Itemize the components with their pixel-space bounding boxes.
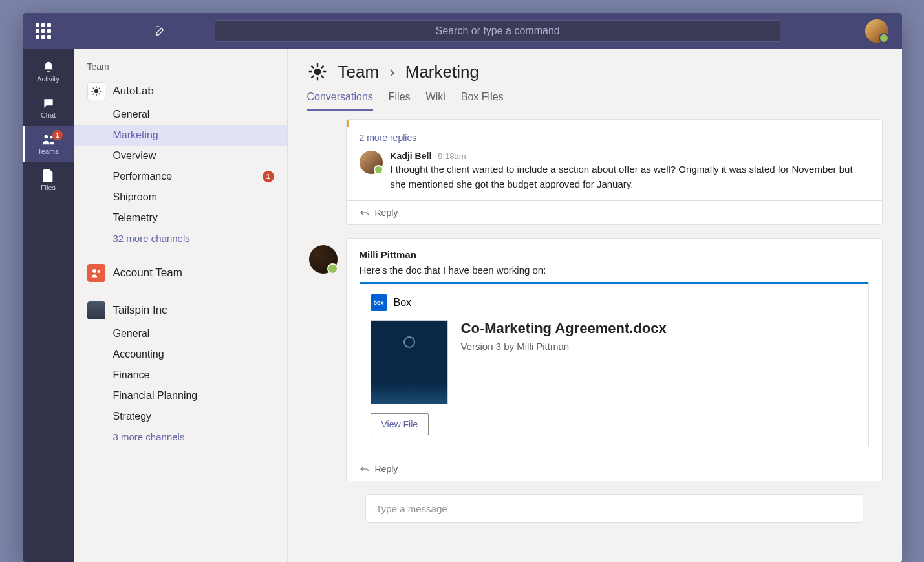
attachment-title: Co-Marketing Agreement.docx	[461, 320, 667, 337]
reply-icon	[360, 209, 370, 217]
team-icon-autolab	[87, 82, 105, 100]
rail-chat-label: Chat	[41, 111, 56, 119]
post-card: Milli Pittman Here's the doc that I have…	[346, 238, 883, 481]
message-author: Kadji Bell	[391, 151, 432, 161]
team-icon-tailspin	[87, 301, 105, 319]
tab-conversations[interactable]: Conversations	[307, 91, 373, 111]
team-group-autolab: AutoLab General Marketing Overview Perfo…	[74, 78, 287, 248]
attachment-meta: Version 3 by Milli Pittman	[461, 341, 667, 352]
channel-shiproom[interactable]: Shiproom	[74, 187, 287, 208]
messages-area: 2 more replies Kadji Bell 9:18am I thoug…	[288, 111, 902, 562]
reply-button[interactable]: Reply	[347, 457, 882, 481]
svg-point-0	[44, 135, 48, 139]
attachment-provider: box Box	[371, 294, 858, 311]
reply-button[interactable]: Reply	[347, 200, 882, 224]
breadcrumb: Team › Marketing	[307, 61, 883, 82]
channel-header: Team › Marketing Conversations Files Wik…	[288, 49, 902, 111]
attachment-card: box Box Co-Marketing Agreement.docx Vers…	[360, 282, 869, 446]
breadcrumb-team[interactable]: Team	[338, 62, 380, 82]
message-time: 9:18am	[438, 151, 466, 161]
tab-wiki[interactable]: Wiki	[426, 91, 446, 111]
channel-tabs: Conversations Files Wiki Box Files	[307, 91, 883, 111]
channel-ts-general[interactable]: General	[74, 323, 287, 344]
compose-icon[interactable]	[155, 25, 166, 37]
rail-chat[interactable]: Chat	[23, 90, 74, 126]
provider-label: Box	[394, 297, 412, 308]
team-logo-icon	[307, 61, 328, 82]
post-text: Here's the doc that I have been working …	[347, 265, 882, 282]
app-launcher-icon[interactable]	[36, 23, 51, 39]
chevron-right-icon: ›	[389, 62, 395, 82]
attachment-thumbnail	[371, 320, 448, 404]
attachment-info: Co-Marketing Agreement.docx Version 3 by…	[461, 320, 667, 404]
channel-telemetry[interactable]: Telemetry	[74, 208, 287, 228]
channel-overview[interactable]: Overview	[74, 146, 287, 166]
rail-teams[interactable]: Teams 1	[23, 126, 74, 162]
rail-teams-label: Teams	[38, 147, 58, 155]
avatar-kadji[interactable]	[360, 151, 383, 174]
view-file-button[interactable]: View File	[371, 413, 429, 435]
main-panel: Team › Marketing Conversations Files Wik…	[288, 49, 902, 562]
team-row-tailspin[interactable]: Tailspin Inc	[74, 297, 287, 323]
chat-icon	[42, 97, 55, 110]
team-row-autolab[interactable]: AutoLab	[74, 78, 287, 104]
thread-card: 2 more replies Kadji Bell 9:18am I thoug…	[346, 119, 883, 225]
user-avatar[interactable]	[865, 19, 888, 43]
svg-point-2	[94, 89, 98, 94]
title-bar	[23, 13, 902, 49]
channel-badge: 1	[263, 171, 274, 182]
sidebar-header: Team	[74, 61, 287, 78]
channel-ts-financial-planning[interactable]: Financial Planning	[74, 385, 287, 406]
team-group-account: Account Team	[74, 260, 287, 286]
channel-marketing[interactable]: Marketing	[74, 125, 287, 146]
rail-files[interactable]: Files	[23, 162, 74, 199]
app-window: Activity Chat Teams 1 Files	[23, 13, 902, 562]
post-header: Milli Pittman	[347, 239, 882, 265]
bell-icon	[42, 61, 55, 74]
message-body: Kadji Bell 9:18am I thought the client w…	[391, 151, 869, 191]
rail-files-label: Files	[41, 184, 56, 191]
svg-point-5	[314, 69, 321, 76]
search-input[interactable]	[215, 20, 780, 42]
reply-icon	[360, 465, 370, 473]
team-name: Tailspin Inc	[113, 304, 167, 317]
more-channels-autolab[interactable]: 32 more channels	[74, 228, 287, 248]
team-icon-account	[87, 264, 105, 282]
avatar-milli[interactable]	[309, 245, 338, 274]
channel-ts-finance[interactable]: Finance	[74, 365, 287, 385]
compose-input[interactable]	[365, 494, 863, 523]
svg-point-4	[97, 270, 100, 274]
team-name: AutoLab	[113, 85, 154, 98]
compose-box	[365, 494, 863, 523]
team-name: Account Team	[113, 266, 182, 279]
app-rail: Activity Chat Teams 1 Files	[23, 49, 74, 562]
channel-ts-strategy[interactable]: Strategy	[74, 406, 287, 427]
box-logo-icon: box	[371, 294, 387, 311]
channel-performance[interactable]: Performance 1	[74, 166, 287, 187]
rail-activity[interactable]: Activity	[23, 54, 74, 90]
rail-teams-badge: 1	[52, 130, 63, 140]
breadcrumb-channel: Marketing	[405, 62, 479, 82]
rail-activity-label: Activity	[37, 75, 59, 83]
more-replies-link[interactable]: 2 more replies	[347, 127, 882, 148]
channel-general[interactable]: General	[74, 104, 287, 125]
svg-point-3	[92, 269, 96, 273]
search-bar	[215, 20, 780, 42]
attachment-body: Co-Marketing Agreement.docx Version 3 by…	[371, 320, 858, 404]
tab-files[interactable]: Files	[389, 91, 411, 111]
files-icon	[43, 169, 54, 182]
post-author: Milli Pittman	[360, 249, 416, 260]
thread-collapsed-preview	[347, 120, 882, 127]
sidebar: Team AutoLab General Marketing Overview …	[74, 49, 288, 562]
more-channels-tailspin[interactable]: 3 more channels	[74, 427, 287, 447]
channel-ts-accounting[interactable]: Accounting	[74, 344, 287, 365]
app-body: Activity Chat Teams 1 Files	[23, 49, 902, 562]
reply-message: Kadji Bell 9:18am I thought the client w…	[347, 148, 882, 200]
tab-box-files[interactable]: Box Files	[461, 91, 504, 111]
team-row-account[interactable]: Account Team	[74, 260, 287, 286]
message-text: I thought the client wanted to include a…	[391, 162, 869, 191]
team-group-tailspin: Tailspin Inc General Accounting Finance …	[74, 297, 287, 447]
